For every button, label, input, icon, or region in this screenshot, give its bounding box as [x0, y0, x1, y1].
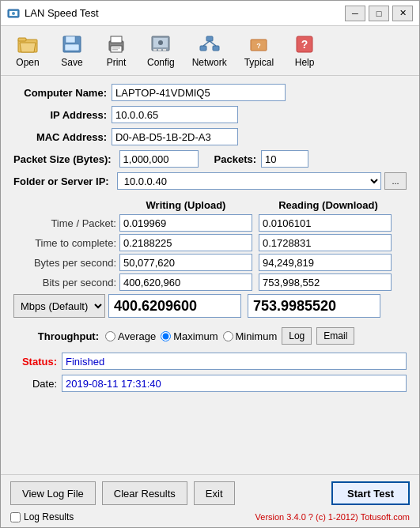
maximum-radio[interactable]: Maximum [161, 330, 218, 342]
typical-icon: ? [248, 33, 270, 55]
title-bar: LAN Speed Test ─ □ ✕ [1, 1, 419, 26]
results-section: Writing (Upload) Reading (Download) Time… [13, 199, 407, 321]
folder-select[interactable]: 10.0.0.40 [117, 172, 381, 190]
svg-line-22 [203, 41, 210, 46]
print-label: Print [107, 57, 127, 68]
date-input [62, 375, 407, 392]
config-button[interactable]: Config [140, 29, 182, 72]
start-test-button[interactable]: Start Test [331, 481, 410, 505]
folder-label: Folder or Server IP: [13, 175, 109, 187]
minimize-button[interactable]: ─ [345, 6, 365, 21]
browse-button[interactable]: ... [384, 172, 407, 190]
packets-input[interactable] [261, 150, 308, 168]
log-results-checkbox-label[interactable]: Log Results [10, 511, 74, 522]
save-button[interactable]: Save [51, 29, 93, 72]
svg-rect-18 [163, 49, 166, 51]
svg-rect-16 [153, 49, 157, 51]
speed-write-input[interactable] [108, 294, 241, 318]
throughput-row: Throughput: Average Maximum Minimum Log … [13, 327, 407, 345]
log-results-label: Log Results [24, 511, 74, 522]
speed-read-input[interactable] [248, 294, 380, 318]
svg-text:?: ? [257, 42, 262, 50]
bits-per-second-label: Bits per second: [13, 277, 116, 289]
bits-per-second-read-input[interactable] [259, 273, 392, 291]
maximum-radio-label: Maximum [173, 330, 218, 342]
main-window: LAN Speed Test ─ □ ✕ Open [0, 0, 420, 528]
write-column-header: Writing (Upload) [119, 199, 252, 211]
close-button[interactable]: ✕ [392, 6, 413, 21]
log-button[interactable]: Log [282, 327, 312, 345]
svg-rect-12 [112, 49, 118, 51]
network-button[interactable]: Network [185, 29, 234, 72]
computer-name-row: Computer Name: [13, 84, 407, 101]
mac-address-row: MAC Address: [13, 128, 407, 145]
time-to-complete-label: Time to complete: [13, 237, 116, 249]
save-icon [61, 33, 83, 55]
time-to-complete-row: Time to complete: [13, 234, 407, 251]
svg-rect-4 [18, 38, 26, 41]
toolbar: Open Save Print [1, 26, 419, 76]
time-per-packet-write-input[interactable] [119, 214, 252, 232]
version-text: Version 3.4.0 ? (c) 1-2012) Totusoft.com [255, 512, 410, 522]
help-button[interactable]: ? Help [284, 29, 325, 72]
svg-rect-21 [213, 46, 219, 51]
open-label: Open [16, 57, 39, 68]
mac-address-label: MAC Address: [13, 131, 107, 143]
network-icon [199, 33, 221, 55]
clear-results-button[interactable]: Clear Results [102, 481, 187, 505]
average-radio-label: Average [118, 330, 156, 342]
folder-row: Folder or Server IP: 10.0.0.40 ... [13, 172, 407, 190]
help-icon: ? [293, 33, 316, 55]
time-per-packet-row: Time / Packet: [13, 214, 407, 232]
mac-address-input[interactable] [112, 128, 238, 145]
svg-rect-20 [200, 46, 206, 51]
svg-rect-19 [206, 36, 213, 41]
time-to-complete-write-input[interactable] [119, 234, 252, 251]
minimum-radio-input[interactable] [223, 331, 233, 341]
maximize-button[interactable]: □ [369, 6, 389, 21]
svg-rect-17 [158, 49, 161, 51]
status-label: Status: [13, 356, 57, 368]
email-button[interactable]: Email [316, 327, 354, 345]
average-radio-input[interactable] [105, 331, 115, 341]
read-column-header: Reading (Download) [262, 199, 395, 211]
packet-size-row: Packet Size (Bytes): Packets: [13, 150, 407, 168]
time-per-packet-read-input[interactable] [259, 214, 392, 232]
date-label: Date: [13, 378, 57, 390]
ip-address-row: IP Address: [13, 106, 407, 123]
packet-size-label: Packet Size (Bytes): [13, 153, 112, 165]
status-input [62, 353, 407, 370]
time-per-packet-label: Time / Packet: [13, 217, 116, 229]
save-label: Save [61, 57, 82, 68]
computer-name-input[interactable] [112, 84, 286, 101]
print-button[interactable]: Print [96, 29, 137, 72]
log-results-checkbox[interactable] [10, 512, 21, 522]
bits-per-second-write-input[interactable] [119, 273, 252, 291]
svg-rect-9 [111, 36, 122, 43]
ip-address-input[interactable] [112, 106, 238, 123]
view-log-button[interactable]: View Log File [10, 481, 96, 505]
date-row: Date: [13, 375, 407, 392]
open-button[interactable]: Open [7, 29, 48, 72]
typical-label: Typical [244, 57, 274, 68]
svg-rect-11 [112, 47, 120, 49]
bytes-per-second-read-input[interactable] [259, 254, 392, 271]
time-to-complete-read-input[interactable] [259, 234, 392, 251]
bytes-per-second-write-input[interactable] [119, 254, 252, 271]
packet-size-input[interactable] [119, 150, 199, 168]
open-icon [17, 33, 39, 55]
title-controls: ─ □ ✕ [345, 6, 413, 21]
config-icon [149, 33, 172, 55]
average-radio[interactable]: Average [105, 330, 156, 342]
exit-button[interactable]: Exit [194, 481, 235, 505]
typical-button[interactable]: ? Typical [237, 29, 281, 72]
footer-row: Log Results Version 3.4.0 ? (c) 1-2012) … [1, 511, 419, 527]
throughput-radio-group: Average Maximum Minimum Log Email [105, 327, 354, 345]
main-content: Computer Name: IP Address: MAC Address: … [1, 76, 419, 474]
help-label: Help [295, 57, 315, 68]
svg-point-15 [158, 40, 163, 45]
maximum-radio-input[interactable] [161, 331, 171, 341]
speed-unit-dropdown[interactable]: Mbps (Default) Kbps Gbps [13, 294, 105, 318]
minimum-radio[interactable]: Minimum [223, 330, 278, 342]
svg-rect-6 [66, 36, 75, 43]
